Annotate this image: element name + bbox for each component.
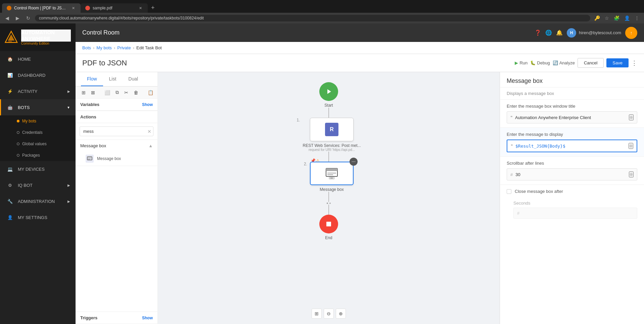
toolbar-btn-trash[interactable]: 🗑 xyxy=(132,89,140,96)
field3-label: Scrollbar after lines xyxy=(507,161,637,166)
triggers-label: Triggers xyxy=(80,315,97,320)
close-after-checkbox[interactable] xyxy=(507,189,511,194)
field2-input[interactable]: ❝ $Result_JSON{Body}$ ⊗ xyxy=(507,140,637,152)
sidebar-item-credentials[interactable]: Credentials xyxy=(0,127,76,138)
flow-canvas: Start 1. R REST Web Services: Post met..… xyxy=(158,72,500,324)
field3-input[interactable]: # 30 ⊗ xyxy=(507,168,637,180)
field1-input[interactable]: ❝ Automation Anywhere Enterprise Client … xyxy=(507,111,637,123)
star-icon[interactable]: ☆ xyxy=(603,15,610,21)
toolbar-btn-cut[interactable]: ✂ xyxy=(122,89,130,96)
sidebar-item-iqbot[interactable]: ⚙ IQ BOT ▶ xyxy=(0,177,76,193)
profile-icon[interactable]: 👤 xyxy=(623,15,631,21)
svg-text:OK: OK xyxy=(330,177,333,179)
upgrade-btn[interactable]: ↑ xyxy=(625,27,637,39)
tab-list[interactable]: List xyxy=(103,72,123,86)
editor-header: PDF to JSON ▶ Run 🐛 Debug 🔄 Analyze Canc… xyxy=(76,54,644,72)
run-btn[interactable]: ▶ Run xyxy=(515,60,527,65)
tab-favicon xyxy=(7,6,11,10)
step1-box[interactable]: R xyxy=(310,118,354,141)
action-item-messagebox[interactable]: Message box xyxy=(76,152,157,166)
fit-zoom-btn[interactable]: ⊞ xyxy=(312,309,322,319)
quote-icon-2: ❝ xyxy=(511,144,513,148)
toolbar-btn-copy[interactable]: ⧉ xyxy=(113,89,121,96)
cancel-btn[interactable]: Cancel xyxy=(578,58,604,68)
hash-icon-2: # xyxy=(517,211,519,216)
field3-clear-btn[interactable]: ⊗ xyxy=(629,171,634,177)
globe-icon[interactable]: 🌐 xyxy=(545,30,552,36)
breadcrumb: Bots › My bots › Private › Edit Task Bot xyxy=(76,42,644,54)
toolbar-btn-2[interactable]: ⊠ xyxy=(89,89,97,96)
debug-btn[interactable]: 🐛 Debug xyxy=(530,60,550,65)
toolbar-btn-1[interactable]: ⊞ xyxy=(80,89,88,96)
start-circle xyxy=(319,82,338,101)
toolbar-icons: 🔑 ☆ 🧩 👤 ⋮ xyxy=(593,15,641,21)
sidebar-item-settings[interactable]: 👤 MY SETTINGS xyxy=(0,209,76,225)
dashboard-icon: 📊 xyxy=(6,71,14,79)
messagebox-icon: OK xyxy=(325,167,338,180)
key-icon[interactable]: 🔑 xyxy=(593,15,601,21)
svg-rect-6 xyxy=(87,157,92,158)
bell-icon[interactable]: 🔔 xyxy=(556,30,563,36)
search-clear-btn[interactable]: ✕ xyxy=(147,129,151,134)
toolbar-btn-paste[interactable]: 📋 xyxy=(146,89,155,96)
more-btn[interactable]: ⋮ xyxy=(631,59,637,67)
tab-flow[interactable]: Flow xyxy=(81,72,103,86)
menu-icon[interactable]: ⋮ xyxy=(633,15,641,21)
svg-rect-16 xyxy=(326,222,331,226)
svg-point-1 xyxy=(86,6,89,10)
sidebar-home-label: HOME xyxy=(18,57,31,62)
sidebar-item-packages[interactable]: Packages xyxy=(0,150,76,161)
sidebar-item-mybots[interactable]: My bots xyxy=(0,115,76,127)
field2-value: $Result_JSON{Body}$ xyxy=(515,144,626,149)
analyze-btn[interactable]: 🔄 Analyze xyxy=(553,60,575,65)
checkbox-close-after[interactable]: Close message box after xyxy=(500,185,644,198)
extensions-icon[interactable]: 🧩 xyxy=(612,15,621,21)
user-badge[interactable]: H hiren@bytescout.com xyxy=(567,28,621,38)
debug-icon: 🐛 xyxy=(530,60,536,65)
sidebar-item-dashboard[interactable]: 📊 DASHBOARD xyxy=(0,67,76,83)
tab-dual[interactable]: Dual xyxy=(122,72,144,86)
triggers-show[interactable]: Show xyxy=(142,316,153,320)
tab-close[interactable]: ✕ xyxy=(71,5,76,11)
breadcrumb-bots[interactable]: Bots xyxy=(82,45,91,50)
refresh-btn[interactable]: ↻ xyxy=(24,15,32,21)
seconds-label: Seconds xyxy=(513,201,637,206)
field1-clear-btn[interactable]: ⊗ xyxy=(629,114,634,120)
help-icon[interactable]: ❓ xyxy=(535,30,541,36)
zoom-out-btn[interactable]: ⊖ xyxy=(324,309,334,319)
bots-arrow: ▼ xyxy=(67,106,70,109)
tab-active[interactable]: Control Room | [PDF to JSON] Ed ✕ xyxy=(2,3,81,13)
step2-box[interactable]: OK xyxy=(310,162,354,185)
sidebar-item-bots[interactable]: 🤖 BOTS ▼ xyxy=(0,99,76,115)
zoom-in-btn[interactable]: ⊕ xyxy=(336,309,346,319)
field-message: Enter the message to display ❝ $Result_J… xyxy=(500,128,644,157)
sidebar-item-activity[interactable]: ⚡ ACTIVITY ▶ xyxy=(0,83,76,99)
tab-pdf-close[interactable]: ✕ xyxy=(138,5,143,11)
search-input[interactable] xyxy=(80,126,153,136)
step2-node[interactable]: 📌 ⚠ OK xyxy=(310,162,354,192)
tab-label: Control Room | [PDF to JSON] Ed xyxy=(14,6,68,10)
field2-clear-btn[interactable]: ⊗ xyxy=(629,143,633,149)
sidebar-item-admin[interactable]: 🔧 ADMINISTRATION ▶ xyxy=(0,193,76,209)
sidebar-item-home[interactable]: 🏠 HOME xyxy=(0,51,76,67)
breadcrumb-private[interactable]: Private xyxy=(117,45,131,50)
logo-text: AUTOMATION ANYWHERE Community Edition xyxy=(21,30,71,45)
new-tab-btn[interactable]: + xyxy=(148,3,158,13)
sidebar-item-devices[interactable]: 💻 MY DEVICES xyxy=(0,161,76,177)
sidebar-item-global-values[interactable]: Global values xyxy=(0,138,76,150)
back-btn[interactable]: ◀ xyxy=(3,15,11,21)
node-options-btn[interactable]: ⋯ xyxy=(350,158,358,166)
variables-show[interactable]: Show xyxy=(142,102,153,107)
tab-pdf[interactable]: sample.pdf ✕ xyxy=(81,3,148,13)
start-node: Start xyxy=(319,82,338,108)
action-group-header[interactable]: Message box ▲ xyxy=(76,140,157,152)
run-icon: ▶ xyxy=(515,60,518,65)
browser-chrome: Control Room | [PDF to JSON] Ed ✕ sample… xyxy=(0,0,644,23)
toolbar-btn-3[interactable]: ⬜ xyxy=(102,89,112,96)
step1-node[interactable]: R REST Web Services: Post met... request… xyxy=(303,118,361,152)
user-email: hiren@bytescout.com xyxy=(579,30,621,35)
forward-btn[interactable]: ▶ xyxy=(14,15,21,21)
breadcrumb-mybots[interactable]: My bots xyxy=(96,45,112,50)
save-btn[interactable]: Save xyxy=(606,58,629,67)
address-bar[interactable] xyxy=(35,15,590,21)
